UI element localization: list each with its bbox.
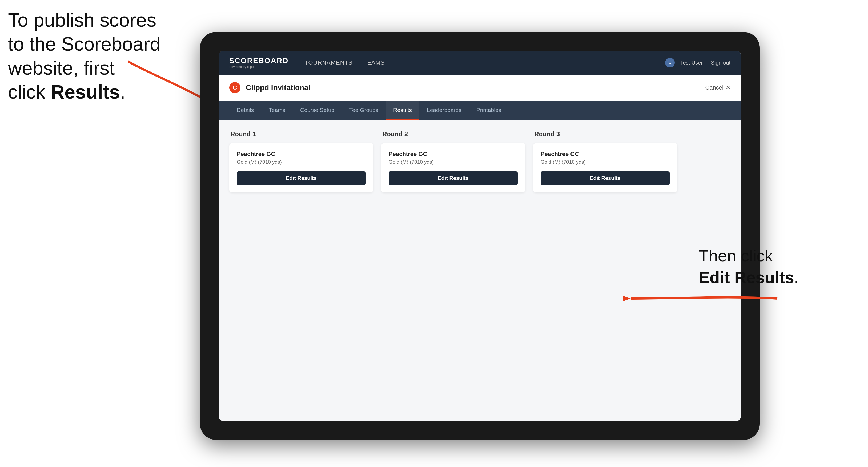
round-1-card: Peachtree GC Gold (M) (7010 yds) Edit Re… <box>229 143 373 192</box>
nav-tournaments[interactable]: TOURNAMENTS <box>304 57 353 68</box>
rounds-grid: Round 1 Peachtree GC Gold (M) (7010 yds)… <box>229 130 731 192</box>
close-icon: ✕ <box>726 84 731 91</box>
top-nav: SCOREBOARD Powered by clippd TOURNAMENTS… <box>219 51 741 75</box>
user-avatar: U <box>665 58 675 67</box>
tournament-icon: C <box>229 82 241 93</box>
round-3-edit-results-button[interactable]: Edit Results <box>540 172 670 185</box>
nav-teams[interactable]: TEAMS <box>363 57 385 68</box>
round-1-title: Round 1 <box>229 130 373 138</box>
sign-out-link[interactable]: Sign out <box>711 60 731 66</box>
tournament-name: Clippd Invitational <box>246 84 705 92</box>
round-2-card: Peachtree GC Gold (M) (7010 yds) Edit Re… <box>381 143 525 192</box>
tab-tee-groups[interactable]: Tee Groups <box>342 101 386 120</box>
round-1-column: Round 1 Peachtree GC Gold (M) (7010 yds)… <box>229 130 373 192</box>
user-name: Test User | <box>680 60 705 66</box>
tablet-frame: SCOREBOARD Powered by clippd TOURNAMENTS… <box>200 32 760 440</box>
cancel-button[interactable]: Cancel ✕ <box>705 84 731 91</box>
tab-details[interactable]: Details <box>229 101 261 120</box>
tournament-header: C Clippd Invitational Cancel ✕ <box>219 75 741 101</box>
tab-printables[interactable]: Printables <box>469 101 509 120</box>
scoreboard-logo: SCOREBOARD Powered by clippd <box>229 57 288 69</box>
nav-links: TOURNAMENTS TEAMS <box>304 57 665 68</box>
round-2-column: Round 2 Peachtree GC Gold (M) (7010 yds)… <box>381 130 525 192</box>
logo-sub: Powered by clippd <box>229 65 288 69</box>
tab-teams[interactable]: Teams <box>261 101 293 120</box>
round-2-course-details: Gold (M) (7010 yds) <box>389 159 518 165</box>
tab-course-setup[interactable]: Course Setup <box>293 101 342 120</box>
main-content: Round 1 Peachtree GC Gold (M) (7010 yds)… <box>219 120 741 421</box>
round-1-edit-results-button[interactable]: Edit Results <box>237 172 366 185</box>
nav-right: U Test User | Sign out <box>665 58 731 67</box>
round-1-course-details: Gold (M) (7010 yds) <box>237 159 366 165</box>
logo-main: SCOREBOARD <box>229 57 288 65</box>
round-3-column: Round 3 Peachtree GC Gold (M) (7010 yds)… <box>533 130 677 192</box>
sub-nav: Details Teams Course Setup Tee Groups Re… <box>219 101 741 120</box>
round-1-course-name: Peachtree GC <box>237 151 366 158</box>
round-3-course-name: Peachtree GC <box>540 151 670 158</box>
tab-results[interactable]: Results <box>386 101 419 120</box>
round-2-title: Round 2 <box>381 130 525 138</box>
round-3-title: Round 3 <box>533 130 677 138</box>
round-2-course-name: Peachtree GC <box>389 151 518 158</box>
tab-leaderboards[interactable]: Leaderboards <box>419 101 469 120</box>
round-3-card: Peachtree GC Gold (M) (7010 yds) Edit Re… <box>533 143 677 192</box>
round-3-course-details: Gold (M) (7010 yds) <box>540 159 670 165</box>
tablet-screen: SCOREBOARD Powered by clippd TOURNAMENTS… <box>219 51 741 421</box>
round-2-edit-results-button[interactable]: Edit Results <box>389 172 518 185</box>
instruction-2: Then click Edit Results. <box>699 245 799 288</box>
